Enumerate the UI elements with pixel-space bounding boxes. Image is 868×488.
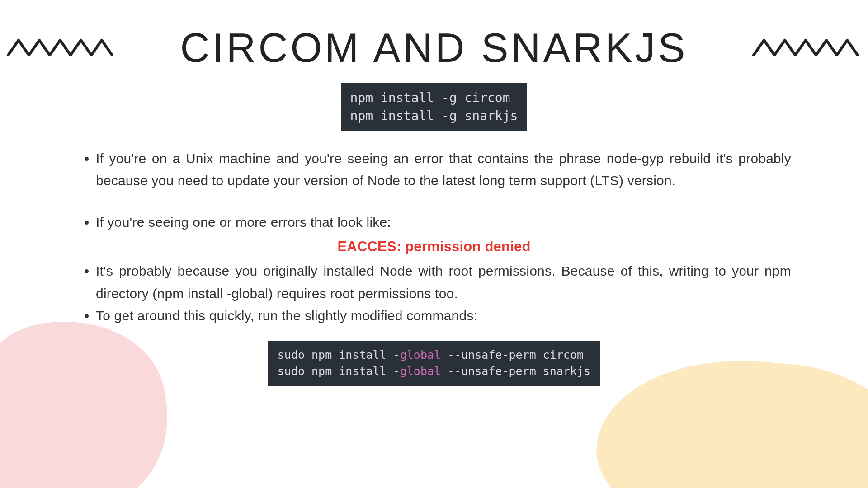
- code-line: npm install -g snarkjs: [350, 108, 518, 123]
- code-line: npm install -g circom: [350, 90, 510, 105]
- list-item: To get around this quickly, run the slig…: [96, 305, 791, 327]
- list-item: It's probably because you originally ins…: [96, 260, 791, 305]
- error-text: EACCES: permission denied: [77, 235, 791, 258]
- page-title: CIRCOM AND SNARKJS: [180, 25, 688, 71]
- code-line: sudo npm install -global --unsafe-perm s…: [278, 365, 590, 378]
- header: CIRCOM AND SNARKJS: [0, 0, 868, 71]
- squiggle-left-icon: [6, 35, 117, 62]
- code-block-sudo: sudo npm install -global --unsafe-perm c…: [268, 341, 600, 386]
- code-line: sudo npm install -global --unsafe-perm c…: [278, 348, 584, 361]
- squiggle-right-icon: [751, 35, 862, 62]
- code-block-install: npm install -g circom npm install -g sna…: [341, 83, 527, 131]
- list-item: If you're seeing one or more errors that…: [96, 211, 791, 234]
- list-item: If you're on a Unix machine and you're s…: [96, 147, 791, 192]
- bullet-list: If you're on a Unix machine and you're s…: [77, 147, 791, 327]
